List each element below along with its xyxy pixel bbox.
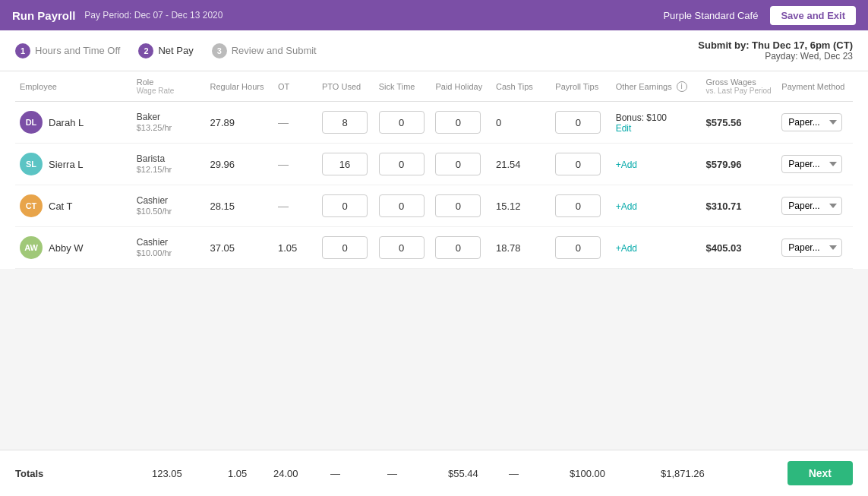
step-3-label: Review and Submit — [232, 45, 317, 56]
table-row: AW Abby W Cashier$10.00/hr37.051.0518.78… — [15, 227, 853, 269]
employee-cell: SL Sierra L — [20, 153, 128, 175]
submit-line1: Submit by: Thu Dec 17, 6pm (CT) — [698, 39, 853, 51]
ot-cell: — — [273, 102, 317, 144]
avatar: AW — [20, 236, 43, 259]
payment-method-cell[interactable]: Paper... — [777, 227, 853, 269]
payroll-table: Employee Role Wage Rate Regular Hours OT… — [15, 71, 853, 269]
sick-input[interactable] — [379, 111, 425, 134]
regular-hours-cell: 28.15 — [206, 185, 273, 227]
wage-rate: $10.00/hr — [137, 248, 172, 257]
wage-rate: $12.15/hr — [137, 165, 172, 174]
pto-used-cell[interactable] — [317, 144, 374, 185]
add-link[interactable]: +Add — [616, 201, 637, 212]
top-bar: Run Payroll Pay Period: Dec 07 - Dec 13 … — [0, 0, 868, 30]
pto-input[interactable] — [322, 111, 368, 134]
header-regular-hours: Regular Hours — [206, 71, 273, 102]
payment-select[interactable]: Paper... — [781, 113, 842, 131]
sick-input[interactable] — [379, 153, 425, 175]
steps-left: 1 Hours and Time Off 2 Net Pay 3 Review … — [15, 43, 317, 58]
pto-input[interactable] — [322, 236, 368, 259]
payment-method-cell[interactable]: Paper... — [777, 144, 853, 185]
payment-select[interactable]: Paper... — [781, 197, 842, 215]
step-2[interactable]: 2 Net Pay — [138, 43, 193, 58]
paid-holiday-cell[interactable] — [431, 185, 491, 227]
header-pto-used: PTO Used — [317, 71, 374, 102]
wage-rate: $13.25/hr — [137, 123, 172, 132]
sick-time-cell[interactable] — [374, 102, 431, 144]
employee-cell: AW Abby W — [20, 236, 128, 259]
role-cell: Barista$12.15/hr — [132, 144, 206, 185]
role-cell: Baker$13.25/hr — [132, 102, 206, 144]
payroll-tips-cell[interactable] — [551, 102, 611, 144]
other-earnings-cell[interactable]: +Add — [611, 144, 702, 185]
step-1-circle: 1 — [15, 43, 30, 58]
header-payment-method: Payment Method — [777, 71, 853, 102]
role-name: Baker — [137, 112, 160, 122]
role-name: Cashier — [137, 237, 168, 248]
other-earnings-cell[interactable]: +Add — [611, 185, 702, 227]
payment-select[interactable]: Paper... — [781, 239, 842, 257]
pto-used-cell[interactable] — [317, 185, 374, 227]
add-link[interactable]: +Add — [616, 160, 637, 170]
payroll-tips-cell[interactable] — [551, 227, 611, 269]
header-other-earnings: Other Earnings i — [611, 71, 702, 102]
other-earnings-cell[interactable]: Bonus: $100Edit — [611, 102, 702, 144]
other-earnings-cell[interactable]: +Add — [611, 227, 702, 269]
sick-time-cell[interactable] — [374, 227, 431, 269]
role-cell: Cashier$10.00/hr — [132, 227, 206, 269]
sick-time-cell[interactable] — [374, 185, 431, 227]
edit-link[interactable]: Edit — [616, 123, 697, 134]
table-row: SL Sierra L Barista$12.15/hr29.96—21.54+… — [15, 144, 853, 185]
payroll-tips-cell[interactable] — [551, 144, 611, 185]
paid-holiday-cell[interactable] — [431, 102, 491, 144]
payroll-tips-cell[interactable] — [551, 185, 611, 227]
employee-name: Darah L — [49, 117, 84, 128]
payment-method-cell[interactable]: Paper... — [777, 185, 853, 227]
payment-method-cell[interactable]: Paper... — [777, 102, 853, 144]
pto-used-cell[interactable] — [317, 227, 374, 269]
role-name: Barista — [137, 153, 165, 164]
sick-input[interactable] — [379, 236, 425, 259]
pto-input[interactable] — [322, 153, 368, 175]
sick-input[interactable] — [379, 194, 425, 217]
table-row: DL Darah L Baker$13.25/hr27.89—0Bonus: $… — [15, 102, 853, 144]
header-gross-wages: Gross Wages vs. Last Pay Period — [701, 71, 777, 102]
payroll-tips-input[interactable] — [555, 111, 601, 134]
step-1[interactable]: 1 Hours and Time Off — [15, 43, 120, 58]
submit-deadline: Submit by: Thu Dec 17, 6pm (CT) Payday: … — [698, 39, 853, 62]
paid-holiday-cell[interactable] — [431, 144, 491, 185]
payroll-tips-input[interactable] — [555, 194, 601, 217]
avatar: SL — [20, 153, 43, 175]
cash-tips-cell: 18.78 — [491, 227, 551, 269]
table-row: CT Cat T Cashier$10.50/hr28.15—15.12+Add… — [15, 185, 853, 227]
sick-time-cell[interactable] — [374, 144, 431, 185]
pay-period: Pay Period: Dec 07 - Dec 13 2020 — [84, 10, 223, 21]
holiday-input[interactable] — [435, 236, 481, 259]
gross-wages-cell: $579.96 — [701, 144, 777, 185]
paid-holiday-cell[interactable] — [431, 227, 491, 269]
holiday-input[interactable] — [435, 194, 481, 217]
holiday-input[interactable] — [435, 153, 481, 175]
payment-select[interactable]: Paper... — [781, 155, 842, 173]
employee-name: Sierra L — [49, 159, 84, 170]
cash-tips-cell: 0 — [491, 102, 551, 144]
wage-rate: $10.50/hr — [137, 207, 172, 216]
add-link[interactable]: +Add — [616, 243, 637, 254]
regular-hours-cell: 29.96 — [206, 144, 273, 185]
other-earnings-info-icon[interactable]: i — [677, 81, 687, 92]
regular-hours-cell: 37.05 — [206, 227, 273, 269]
holiday-input[interactable] — [435, 111, 481, 134]
header-paid-holiday: Paid Holiday — [431, 71, 491, 102]
payroll-tips-input[interactable] — [555, 236, 601, 259]
ot-cell: 1.05 — [273, 227, 317, 269]
step-3-circle: 3 — [212, 43, 227, 58]
employee-name: Cat T — [49, 201, 73, 212]
pto-used-cell[interactable] — [317, 102, 374, 144]
save-exit-button[interactable]: Save and Exit — [770, 6, 856, 25]
cafe-name: Purple Standard Café — [663, 10, 758, 21]
employee-cell: DL Darah L — [20, 111, 128, 134]
payroll-tips-input[interactable] — [555, 153, 601, 175]
top-bar-right: Purple Standard Café Save and Exit — [663, 6, 856, 25]
step-3[interactable]: 3 Review and Submit — [212, 43, 317, 58]
pto-input[interactable] — [322, 194, 368, 217]
